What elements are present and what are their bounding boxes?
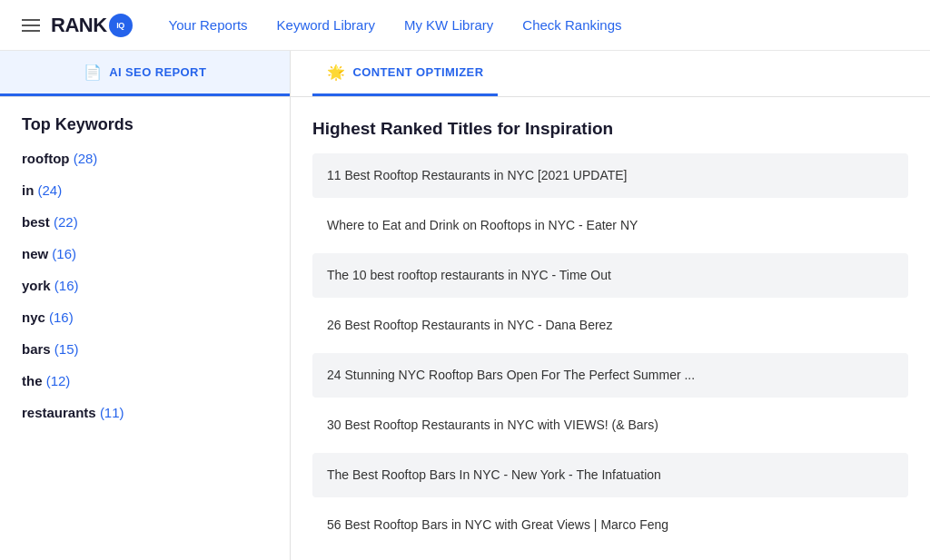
keyword-count: (11) — [100, 405, 124, 420]
nav-link-my-kw-library[interactable]: My KW Library — [404, 17, 493, 33]
title-item[interactable]: The 10 best rooftop restaurants in NYC -… — [312, 253, 908, 298]
title-item[interactable]: 30 Best Rooftop Restaurants in NYC with … — [312, 403, 908, 447]
tab-ai-seo[interactable]: 📄 AI SEO REPORT — [0, 51, 290, 96]
keyword-item: restaurants (11) — [22, 403, 268, 422]
keyword-word: bars — [22, 341, 51, 357]
main-layout: 📄 AI SEO REPORT Top Keywords rooftop (28… — [0, 51, 930, 560]
keyword-count: (22) — [54, 214, 78, 230]
keyword-item: the (12) — [22, 371, 268, 390]
hamburger-menu[interactable] — [22, 19, 40, 32]
keyword-count: (15) — [54, 341, 79, 357]
content-optimizer-icon: 🌟 — [327, 64, 345, 81]
keywords-title: Top Keywords — [22, 115, 268, 134]
keyword-count: (24) — [38, 182, 63, 198]
title-item[interactable]: 24 Stunning NYC Rooftop Bars Open For Th… — [312, 353, 908, 398]
keyword-word: rooftop — [22, 151, 69, 166]
header: RANK Your ReportsKeyword LibraryMy KW Li… — [0, 0, 930, 51]
logo-icon — [109, 14, 133, 37]
keyword-item: in (24) — [22, 181, 268, 200]
keyword-word: the — [22, 373, 43, 388]
main-nav: Your ReportsKeyword LibraryMy KW Library… — [169, 17, 622, 34]
keyword-count: (16) — [49, 309, 74, 325]
keywords-section: Top Keywords rooftop (28)in (24)best (22… — [0, 97, 290, 453]
nav-link-your-reports[interactable]: Your Reports — [169, 17, 248, 33]
keyword-item: york (16) — [22, 276, 268, 295]
keyword-word: in — [22, 182, 34, 198]
title-item[interactable]: Where to Eat and Drink on Rooftops in NY… — [312, 203, 908, 248]
sidebar-tabs: 📄 AI SEO REPORT — [0, 51, 290, 97]
title-item[interactable]: 56 Best Rooftop Bars in NYC with Great V… — [312, 503, 908, 547]
keyword-item: rooftop (28) — [22, 149, 268, 168]
keyword-count: (12) — [46, 373, 71, 388]
keyword-word: new — [22, 246, 48, 261]
logo: RANK — [51, 14, 133, 37]
titles-section: Highest Ranked Titles for Inspiration 11… — [291, 97, 930, 560]
sidebar: 📄 AI SEO REPORT Top Keywords rooftop (28… — [0, 51, 291, 560]
keyword-list: rooftop (28)in (24)best (22)new (16)york… — [22, 149, 268, 422]
logo-text: RANK — [51, 14, 107, 37]
title-item[interactable]: 11 Best Rooftop Restaurants in NYC [2021… — [312, 153, 908, 198]
nav-link-keyword-library[interactable]: Keyword Library — [277, 17, 375, 33]
content-tab-label: CONTENT OPTIMIZER — [352, 65, 483, 79]
keyword-item: new (16) — [22, 244, 268, 263]
keyword-item: best (22) — [22, 212, 268, 231]
title-item[interactable]: 26 Best Rooftop Restaurants in NYC - Dan… — [312, 303, 908, 348]
keyword-item: nyc (16) — [22, 308, 268, 327]
keyword-count: (16) — [52, 246, 76, 261]
keyword-count: (16) — [54, 278, 79, 293]
content-tabs: 🌟 CONTENT OPTIMIZER — [291, 51, 930, 97]
ai-seo-icon: 📄 — [84, 64, 102, 81]
title-item[interactable]: The Best Rooftop Bars In NYC - New York … — [312, 453, 908, 497]
content-area: 🌟 CONTENT OPTIMIZER Highest Ranked Title… — [291, 51, 930, 560]
tab-ai-seo-label: AI SEO REPORT — [109, 65, 206, 79]
titles-heading: Highest Ranked Titles for Inspiration — [312, 119, 908, 139]
keyword-count: (28) — [74, 151, 98, 166]
nav-link-check-rankings[interactable]: Check Rankings — [522, 17, 621, 33]
keyword-word: nyc — [22, 309, 45, 325]
keyword-word: restaurants — [22, 405, 96, 420]
keyword-item: bars (15) — [22, 339, 268, 359]
keyword-word: best — [22, 214, 50, 230]
tab-content-optimizer[interactable]: 🌟 CONTENT OPTIMIZER — [312, 51, 498, 96]
keyword-word: york — [22, 278, 51, 293]
titles-list: 11 Best Rooftop Restaurants in NYC [2021… — [312, 153, 908, 547]
